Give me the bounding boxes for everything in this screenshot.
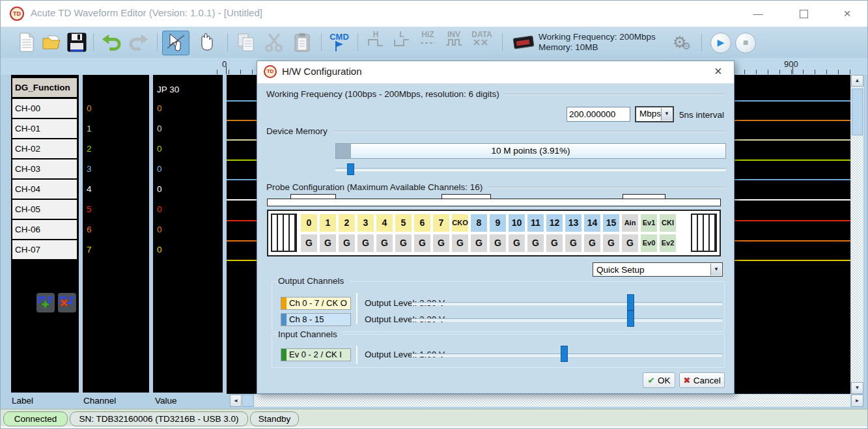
channel-number-column: 01234567 [83,75,149,393]
data-button[interactable]: DATA [468,31,496,48]
connector-edge [267,199,721,206]
cancel-label: Cancel [693,376,721,385]
select-tool-button[interactable] [162,31,189,55]
channel-number: 5 [87,199,92,219]
ok-button[interactable]: ✔ OK [643,372,675,388]
set-hiz-button[interactable]: HiZ [416,31,440,48]
interval-note: 5ns interval [679,110,724,120]
quick-setup-select[interactable]: Quick Setup ▼ [593,262,723,277]
output-level-slider-2[interactable] [412,311,722,327]
delete-waveform-button[interactable] [58,293,76,312]
vertical-scroll-thumb[interactable] [852,89,863,135]
channel-number: 4 [87,179,92,199]
chip-color-bar [281,349,287,361]
channel-label-cell[interactable]: CH-06 [12,219,77,240]
data-bus-icon [473,38,490,46]
channel-label-cell[interactable]: CH-03 [12,159,77,179]
memory-progress-bar: 10 M points (3.91%) [335,143,726,159]
frequency-unit-select[interactable]: Mbps ▼ [635,106,674,122]
table-header-cell[interactable]: DG_Function [12,77,77,98]
channel-number: 7 [87,240,92,260]
ok-label: OK [658,376,671,385]
output-channel-chip-0-7[interactable]: Ch 0 - 7 / CK O [281,297,351,310]
memory-progress-text: 10 M points (3.91%) [336,144,725,158]
footer-channel-column: Channel [83,396,116,406]
slider-handle[interactable] [561,346,568,362]
vertical-scrollbar[interactable]: ▲ ▼ [851,75,863,394]
probe-cell-ain: Ain [622,214,638,232]
channel-value: 0 [157,219,162,240]
pan-tool-button[interactable] [193,31,219,54]
stop-button[interactable]: ■ [735,33,756,53]
cut-button[interactable] [261,31,287,54]
channel-value-column: JP 30 00000000 [153,75,223,393]
run-button[interactable]: ▶ [710,33,731,53]
output-channel-chip-8-15[interactable]: Ch 8 - 15 [281,313,351,326]
slider-handle[interactable] [627,294,634,311]
redo-button[interactable] [127,31,150,54]
dialog-close-button[interactable]: × [714,64,722,79]
copy-button[interactable] [234,31,259,54]
hw-configuration-dialog: TD H/W Configuration × Working Frequency… [257,61,735,394]
settings-button[interactable]: ⚙⚙ [669,31,695,54]
channel-label-cell[interactable]: CH-07 [12,240,77,260]
probe-cell-12: 12 [546,214,563,232]
set-low-button[interactable]: L [390,31,413,48]
dialog-title: H/W Configuration [282,66,362,77]
group-vertical-divider [356,293,357,324]
probe-cell-g: G [584,234,600,252]
dialog-title-bar: TD H/W Configuration × [257,61,734,84]
channel-label-cell[interactable]: CH-04 [12,179,77,199]
probe-cell-ev1: Ev1 [641,214,657,232]
scroll-left-button[interactable]: ◄ [230,394,242,407]
slider-handle[interactable] [627,311,634,327]
paste-icon [294,33,311,52]
device-button[interactable] [511,31,536,54]
save-button[interactable] [66,31,88,54]
scroll-up-button[interactable]: ▲ [851,75,863,87]
invert-button[interactable]: INV [442,31,466,48]
probe-cell-g: G [622,234,638,252]
device-memory-group-label: Device Memory [266,126,333,136]
memory-size-slider[interactable] [335,163,726,176]
channel-label-cell[interactable]: CH-02 [12,139,77,159]
open-file-button[interactable] [41,31,63,54]
flag-icon [335,41,344,51]
device-status-text: Working Frequency: 200Mbps Memory: 10MB [539,32,656,53]
set-high-button[interactable]: H [364,31,387,48]
cmd-button[interactable]: CMD [326,31,352,54]
paste-button[interactable] [290,31,315,54]
input-level-slider[interactable] [412,346,722,363]
channel-value: 0 [157,159,162,179]
add-waveform-button[interactable] [36,293,55,312]
channel-number: 0 [87,98,92,118]
probe-cell-ev2: Ev2 [660,234,676,252]
probe-cell-cki: CKI [660,214,676,232]
new-file-button[interactable] [16,31,37,54]
channel-number: 6 [87,219,92,240]
undo-button[interactable] [100,31,123,54]
cancel-button[interactable]: ✖ Cancel [679,372,725,388]
channel-label-cell[interactable]: CH-05 [12,199,77,219]
probe-cell-g: G [509,234,525,252]
scroll-right-button[interactable]: ► [851,394,863,407]
horizontal-scroll-thumb[interactable] [242,394,254,407]
input-channel-chip[interactable]: Ev 0 - 2 / CK I [281,348,351,361]
scroll-down-button[interactable]: ▼ [851,382,863,394]
output-level-slider-1[interactable] [412,294,722,311]
quick-setup-value: Quick Setup [596,265,645,275]
connector-left-pins [271,214,297,252]
close-button[interactable]: × [837,6,857,21]
channel-label-cell[interactable]: CH-00 [12,98,77,118]
chevron-down-icon[interactable]: ▼ [661,108,672,120]
probe-cell-g: G [603,234,619,252]
minimize-button[interactable]: — [748,6,768,21]
gear-icon-small: ⚙ [682,40,691,52]
data-label: DATA [471,30,492,39]
slider-handle[interactable] [347,163,354,175]
chevron-down-icon[interactable]: ▼ [710,264,721,275]
frequency-input[interactable]: 200.000000 [567,107,630,122]
channel-label-cell[interactable]: CH-01 [12,118,77,139]
horizontal-scrollbar[interactable]: ◄ [230,394,850,407]
maximize-button[interactable] [794,6,813,21]
